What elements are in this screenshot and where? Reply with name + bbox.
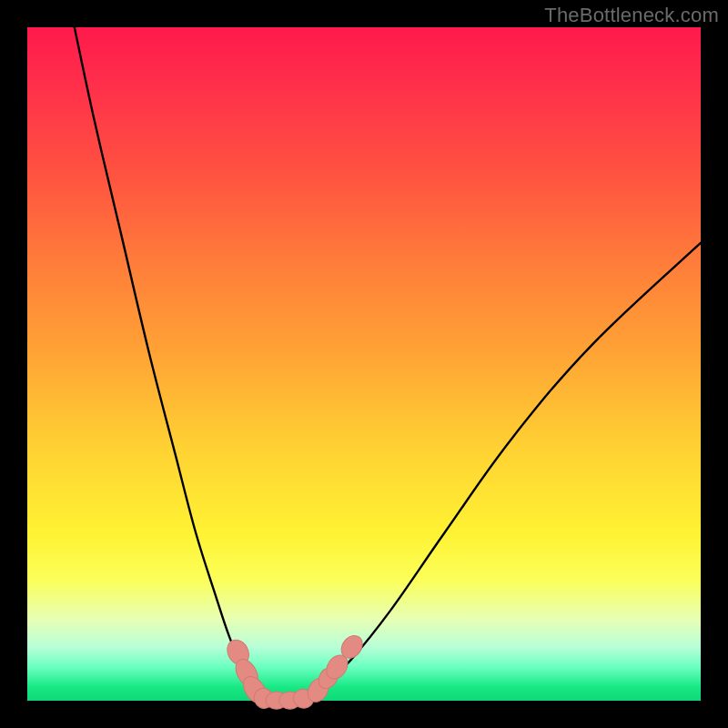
gradient-plot-area [27, 27, 701, 701]
marker-group [223, 632, 367, 711]
watermark-text: TheBottleneck.com [544, 4, 719, 27]
chart-frame: TheBottleneck.com [0, 0, 728, 728]
bottleneck-curve [75, 27, 701, 701]
curve-svg [27, 27, 701, 701]
